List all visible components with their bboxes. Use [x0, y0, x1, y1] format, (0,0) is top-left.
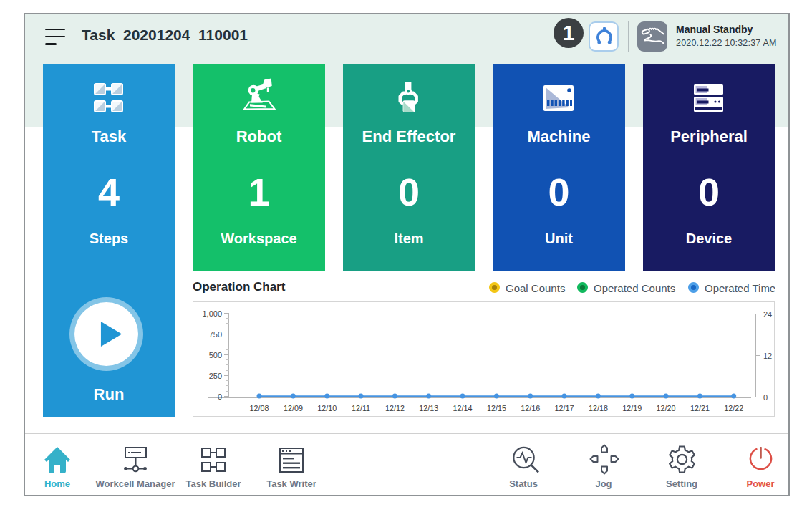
svg-text:0: 0 — [218, 392, 222, 401]
svg-text:12/13: 12/13 — [419, 404, 438, 412]
svg-text:12/19: 12/19 — [622, 404, 642, 412]
svg-text:12/10: 12/10 — [317, 404, 337, 412]
svg-text:24: 24 — [763, 310, 772, 319]
svg-text:12/11: 12/11 — [352, 404, 370, 412]
svg-text:12/18: 12/18 — [589, 404, 608, 412]
svg-text:12/22: 12/22 — [724, 404, 743, 412]
svg-text:500: 500 — [209, 351, 222, 359]
svg-text:12/16: 12/16 — [521, 404, 540, 412]
svg-text:250: 250 — [209, 372, 222, 380]
svg-text:12/09: 12/09 — [284, 404, 303, 412]
svg-text:12: 12 — [763, 352, 772, 360]
svg-text:12/21: 12/21 — [690, 404, 710, 412]
svg-text:12/08: 12/08 — [249, 404, 269, 412]
svg-text:12/14: 12/14 — [453, 404, 472, 412]
svg-text:1,000: 1,000 — [202, 309, 222, 318]
svg-text:12/12: 12/12 — [385, 404, 405, 412]
svg-text:12/17: 12/17 — [554, 404, 574, 412]
svg-text:12/20: 12/20 — [656, 404, 675, 412]
svg-text:0: 0 — [763, 393, 768, 402]
svg-text:750: 750 — [209, 330, 222, 339]
svg-text:12/15: 12/15 — [487, 404, 506, 412]
